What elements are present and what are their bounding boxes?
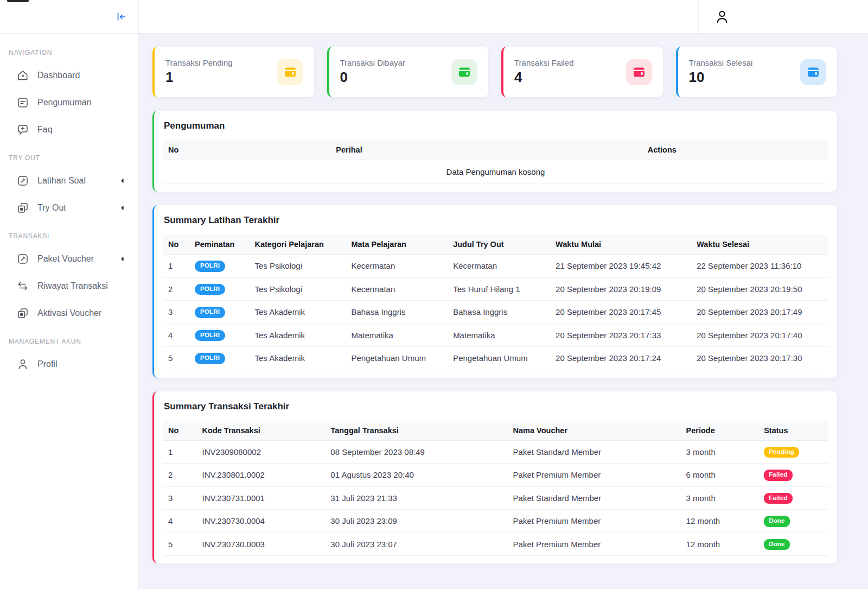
logo <box>7 0 29 2</box>
cell-peminatan: POLRI <box>189 277 249 301</box>
peminatan-badge: POLRI <box>195 284 225 295</box>
sidebar-item-label: Pengumuman <box>37 98 92 107</box>
cell-no: 3 <box>163 301 189 324</box>
cell-nama-voucher: Paket Premium Member <box>508 533 681 556</box>
table-row: 4INV.230730.000430 Juli 2023 23:09Paket … <box>163 510 828 533</box>
nav-section-label: TRANSAKSI <box>0 221 138 245</box>
column-header-judul-try-out: Judul Try Out <box>448 235 550 255</box>
table-row: 2POLRITes PsikologiKecermatanTes Huruf H… <box>163 277 828 301</box>
column-header-no: No <box>163 235 189 255</box>
cell-periode: 12 month <box>681 533 759 556</box>
peminatan-badge: POLRI <box>195 307 225 318</box>
status-badge: Failed <box>764 493 792 504</box>
cell-waktu-selesai: 20 September 2023 20:19:50 <box>691 277 828 301</box>
status-badge: Pending <box>764 447 799 458</box>
sidebar-item-pengumuman[interactable]: Pengumuman <box>0 89 138 116</box>
cell-tanggal-transaksi: 30 Juli 2023 23:07 <box>325 533 507 556</box>
sidebar-header <box>0 0 138 34</box>
cell-nama-voucher: Paket Premium Member <box>508 510 681 533</box>
cell-kode-transaksi: INV.230730.0004 <box>197 510 326 533</box>
cell-judul-try-out: Tes Huruf Hilang 1 <box>448 277 550 301</box>
cell-mata-pelajaran: Matematika <box>346 324 448 347</box>
cell-no: 5 <box>163 533 197 556</box>
user-menu-button[interactable] <box>713 8 731 26</box>
stat-card-transaksi-dibayar: Transaksi Dibayar0 <box>327 47 489 97</box>
sidebar-item-label: Latihan Soal <box>37 176 86 186</box>
stat-info: Transaksi Pending1 <box>165 58 233 86</box>
stats-row: Transaksi Pending1Transaksi Dibayar0Tran… <box>152 47 837 97</box>
table-row: 4POLRITes AkademikMatematikaMatematika20… <box>163 324 828 347</box>
sidebar-nav: NAVIGATIONDashboardPengumumanFaqTRY OUTL… <box>0 34 138 389</box>
chevron-left-icon <box>118 203 127 213</box>
column-header-no: No <box>163 140 203 160</box>
cell-mata-pelajaran: Kecermatan <box>346 277 448 301</box>
column-header-actions: Actions <box>495 140 828 160</box>
cell-no: 3 <box>163 486 197 510</box>
cell-kategori-pelajaran: Tes Akademik <box>250 301 346 324</box>
copy-icon <box>16 307 29 320</box>
panel-title: Summary Latihan Terakhir <box>163 213 828 235</box>
edit-square-icon <box>16 252 29 265</box>
sidebar-item-riwayat-transaksi[interactable]: Riwayat Transaksi <box>0 273 138 300</box>
announcements-panel: Pengumuman NoPerihalActions Data Pengumu… <box>152 111 837 192</box>
stat-label: Transaksi Failed <box>514 58 573 67</box>
stat-label: Transaksi Dibayar <box>340 58 405 67</box>
sidebar-item-label: Try Out <box>37 203 66 213</box>
sidebar-item-profil[interactable]: Profil <box>0 351 138 378</box>
stat-value: 0 <box>340 69 405 86</box>
cell-status: Pending <box>758 440 828 464</box>
cell-tanggal-transaksi: 30 Juli 2023 23:09 <box>325 510 507 533</box>
nav-section: MANAGEMENT AKUNProfil <box>0 327 138 378</box>
topbar-profile-area <box>698 0 868 33</box>
table-row: 3POLRITes AkademikBahasa InggrisBahasa I… <box>163 301 828 324</box>
cell-waktu-selesai: 20 September 2023 20:17:30 <box>691 347 828 370</box>
status-badge: Failed <box>764 470 792 481</box>
stat-info: Transaksi Dibayar0 <box>340 58 405 86</box>
sidebar-item-faq[interactable]: Faq <box>0 116 138 143</box>
chevron-left-icon <box>118 254 127 264</box>
sidebar-item-latihan-soal[interactable]: Latihan Soal <box>0 167 138 194</box>
wallet-icon <box>451 59 477 85</box>
topbar <box>139 0 868 34</box>
stat-value: 4 <box>514 69 573 86</box>
sidebar-item-try-out[interactable]: Try Out <box>0 194 138 221</box>
sidebar: NAVIGATIONDashboardPengumumanFaqTRY OUTL… <box>0 0 139 589</box>
table-row: Data Pengumuman kosong <box>163 160 828 184</box>
cell-no: 2 <box>163 277 189 301</box>
cell-mata-pelajaran: Pengetahuan Umum <box>346 347 448 370</box>
column-header-no: No <box>163 421 197 441</box>
sidebar-item-paket-voucher[interactable]: Paket Voucher <box>0 245 138 273</box>
transaksi-summary-table: NoKode TransaksiTanggal TransaksiNama Vo… <box>163 421 828 556</box>
sidebar-item-dashboard[interactable]: Dashboard <box>0 62 138 89</box>
app-root: NAVIGATIONDashboardPengumumanFaqTRY OUTL… <box>0 0 868 589</box>
cell-nama-voucher: Paket Standard Member <box>508 440 681 464</box>
cell-no: 1 <box>163 255 189 278</box>
sidebar-collapse-button[interactable] <box>116 10 129 23</box>
cell-kode-transaksi: INV2309080002 <box>197 440 326 464</box>
cell-status: Done <box>758 533 828 556</box>
stat-value: 1 <box>165 69 233 86</box>
cell-periode: 12 month <box>681 510 759 533</box>
table-row: 5POLRITes AkademikPengetahuan UmumPenget… <box>163 347 828 370</box>
nav-section-label: MANAGEMENT AKUN <box>0 327 138 351</box>
nav-section-label: NAVIGATION <box>0 46 138 62</box>
cell-kategori-pelajaran: Tes Akademik <box>250 347 346 370</box>
column-header-peminatan: Peminatan <box>189 235 249 255</box>
sidebar-item-aktivasi-voucher[interactable]: Aktivasi Voucher <box>0 300 138 327</box>
cell-periode: 3 month <box>681 486 759 510</box>
person-icon <box>714 9 730 25</box>
cell-no: 2 <box>163 464 197 487</box>
edit-square-icon <box>16 174 29 187</box>
cell-status: Failed <box>758 486 828 510</box>
cell-status: Failed <box>758 464 828 487</box>
column-header-perihal: Perihal <box>203 140 496 160</box>
column-header-kategori-pelajaran: Kategori Pelajaran <box>250 235 346 255</box>
column-header-waktu-mulai: Waktu Mulai <box>550 235 691 255</box>
wallet-icon <box>626 59 652 85</box>
stat-info: Transaksi Failed4 <box>514 58 573 86</box>
cell-no: 4 <box>163 324 189 347</box>
column-header-tanggal-transaksi: Tanggal Transaksi <box>325 421 507 441</box>
nav-section: TRY OUTLatihan SoalTry Out <box>0 143 138 221</box>
sidebar-item-label: Riwayat Transaksi <box>37 281 108 291</box>
cell-peminatan: POLRI <box>189 347 249 370</box>
